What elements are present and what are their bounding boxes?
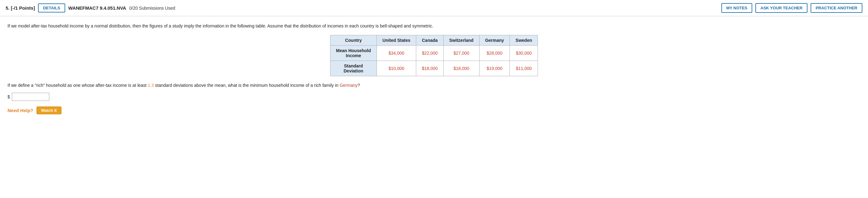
table-row-stddev: StandardDeviation $10,000 $18,000 $18,00…	[330, 61, 538, 76]
highlight-number: 1.3	[148, 83, 154, 88]
question-before: If we define a "rich" household as one w…	[7, 83, 148, 88]
table-header-row: Country United States Canada Switzerland…	[330, 35, 538, 46]
help-row: Need Help? Watch It	[7, 107, 861, 114]
mean-germany: $28,000	[479, 46, 510, 61]
submissions-count: 0/20 Submissions Used	[129, 6, 175, 10]
data-table: Country United States Canada Switzerland…	[330, 35, 538, 76]
ask-teacher-button[interactable]: ASK YOUR TEACHER	[755, 3, 807, 13]
answer-row: $	[7, 93, 861, 101]
col-header-germany: Germany	[479, 35, 510, 46]
row-label-stddev: StandardDeviation	[330, 61, 377, 76]
answer-input[interactable]	[12, 93, 49, 101]
stddev-sweden: $11,000	[510, 61, 538, 76]
stddev-germany: $19,000	[479, 61, 510, 76]
page-header: 5. [-/1 Points] DETAILS WANEFMAC7 9.4.05…	[0, 0, 868, 16]
watch-it-button[interactable]: Watch It	[36, 107, 61, 114]
col-header-us: United States	[377, 35, 416, 46]
problem-id: WANEFMAC7 9.4.051.NVA	[68, 5, 126, 10]
col-header-switzerland: Switzerland	[443, 35, 479, 46]
mean-us: $34,000	[377, 46, 416, 61]
row-label-mean: Mean HouseholdIncome	[330, 46, 377, 61]
col-header-sweden: Sweden	[510, 35, 538, 46]
table-row-mean: Mean HouseholdIncome $34,000 $22,000 $27…	[330, 46, 538, 61]
practice-another-button[interactable]: PRACTICE ANOTHER	[811, 3, 862, 13]
stddev-canada: $18,000	[416, 61, 444, 76]
content-area: If we model after-tax household income b…	[0, 16, 868, 120]
header-left: 5. [-/1 Points] DETAILS WANEFMAC7 9.4.05…	[6, 3, 718, 12]
question-middle: standard deviations above the mean, what…	[154, 83, 339, 88]
mean-sweden: $30,000	[510, 46, 538, 61]
points-label: 5. [-/1 Points]	[6, 5, 35, 10]
mean-switzerland: $27,000	[443, 46, 479, 61]
highlight-country: Germany	[339, 83, 358, 88]
details-button[interactable]: DETAILS	[38, 3, 65, 12]
problem-description: If we model after-tax household income b…	[7, 23, 861, 29]
question-end: ?	[358, 83, 360, 88]
stddev-switzerland: $18,000	[443, 61, 479, 76]
mean-canada: $22,000	[416, 46, 444, 61]
question-text: If we define a "rich" household as one w…	[7, 82, 861, 89]
header-right: MY NOTES ASK YOUR TEACHER PRACTICE ANOTH…	[721, 3, 862, 13]
col-header-canada: Canada	[416, 35, 444, 46]
dollar-sign: $	[7, 94, 10, 99]
need-help-label: Need Help?	[7, 108, 33, 113]
stddev-us: $10,000	[377, 61, 416, 76]
my-notes-button[interactable]: MY NOTES	[721, 3, 752, 13]
col-header-country: Country	[330, 35, 377, 46]
